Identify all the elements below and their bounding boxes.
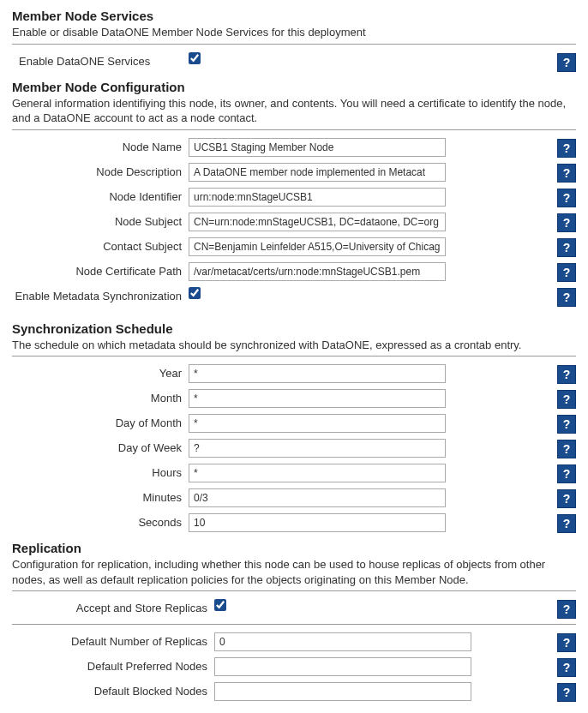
contact-subject-label: Contact Subject xyxy=(12,237,189,254)
row-minutes: Minutes ? xyxy=(12,486,576,511)
row-default-num-replicas: Default Number of Replicas ? xyxy=(12,630,576,655)
row-seconds: Seconds ? xyxy=(12,511,576,536)
row-node-cert-path: Node Certificate Path ? xyxy=(12,260,576,285)
seconds-input[interactable] xyxy=(189,513,446,532)
section-title-services: Member Node Services xyxy=(12,9,576,23)
help-icon[interactable]: ? xyxy=(557,164,576,183)
help-icon[interactable]: ? xyxy=(557,415,576,434)
help-icon[interactable]: ? xyxy=(557,53,576,72)
default-preferred-input[interactable] xyxy=(214,657,471,676)
node-description-input[interactable] xyxy=(189,163,446,182)
section-desc-config: General information identifiying this no… xyxy=(12,96,576,126)
help-icon[interactable]: ? xyxy=(557,213,576,232)
help-icon[interactable]: ? xyxy=(557,263,576,282)
row-day-of-week: Day of Week ? xyxy=(12,436,576,461)
row-default-blocked: Default Blocked Nodes ? xyxy=(12,680,576,704)
help-icon[interactable]: ? xyxy=(557,238,576,257)
section-desc-replication: Configuration for replication, including… xyxy=(12,557,576,587)
day-of-month-input[interactable] xyxy=(189,414,446,433)
month-label: Month xyxy=(12,389,189,405)
help-icon[interactable]: ? xyxy=(557,390,576,409)
row-node-identifier: Node Identifier ? xyxy=(12,185,576,210)
help-icon[interactable]: ? xyxy=(557,139,576,158)
divider xyxy=(12,129,576,130)
accept-replicas-label: Accept and Store Replicas xyxy=(12,599,214,615)
divider xyxy=(12,356,576,356)
divider xyxy=(12,44,576,45)
enable-services-checkbox[interactable] xyxy=(189,52,201,64)
minutes-input[interactable] xyxy=(189,488,446,507)
default-blocked-label: Default Blocked Nodes xyxy=(12,682,214,698)
node-name-label: Node Name xyxy=(12,138,189,154)
row-default-preferred: Default Preferred Nodes ? xyxy=(12,655,576,680)
help-icon[interactable]: ? xyxy=(557,440,576,458)
row-enable-sync: Enable Metadata Synchronization ? xyxy=(12,285,576,309)
node-name-input[interactable] xyxy=(189,138,446,157)
section-member-node-services: Member Node Services Enable or disable D… xyxy=(12,9,576,75)
enable-services-label: Enable DataONE Services xyxy=(12,52,189,68)
node-subject-input[interactable] xyxy=(189,213,446,231)
section-title-config: Member Node Configuration xyxy=(12,80,576,94)
help-icon[interactable]: ? xyxy=(557,633,576,652)
help-icon[interactable]: ? xyxy=(557,189,576,207)
row-year: Year ? xyxy=(12,362,576,386)
node-identifier-input[interactable] xyxy=(189,188,446,207)
section-title-sync: Synchronization Schedule xyxy=(12,321,576,336)
help-icon[interactable]: ? xyxy=(557,600,576,619)
row-enable-services: Enable DataONE Services ? xyxy=(12,50,576,75)
row-month: Month ? xyxy=(12,386,576,411)
row-node-name: Node Name ? xyxy=(12,135,576,160)
help-icon[interactable]: ? xyxy=(557,464,576,483)
seconds-label: Seconds xyxy=(12,513,189,530)
help-icon[interactable]: ? xyxy=(557,365,576,384)
hours-label: Hours xyxy=(12,464,189,480)
section-sync-schedule: Synchronization Schedule The schedule on… xyxy=(12,321,576,536)
row-contact-subject: Contact Subject ? xyxy=(12,235,576,260)
row-hours: Hours ? xyxy=(12,461,576,486)
help-icon[interactable]: ? xyxy=(557,288,576,307)
day-of-week-input[interactable] xyxy=(189,439,446,458)
section-desc-sync: The schedule on which metadata should be… xyxy=(12,338,576,353)
section-replication: Replication Configuration for replicatio… xyxy=(12,541,576,704)
section-member-node-config: Member Node Configuration General inform… xyxy=(12,80,576,309)
node-identifier-label: Node Identifier xyxy=(12,188,189,204)
enable-sync-checkbox[interactable] xyxy=(189,287,201,299)
year-input[interactable] xyxy=(189,364,446,383)
help-icon[interactable]: ? xyxy=(557,658,576,677)
help-icon[interactable]: ? xyxy=(557,514,576,533)
help-icon[interactable]: ? xyxy=(557,683,576,702)
month-input[interactable] xyxy=(189,389,446,408)
enable-sync-label: Enable Metadata Synchronization xyxy=(12,287,189,303)
hours-input[interactable] xyxy=(189,464,446,482)
default-blocked-input[interactable] xyxy=(214,682,471,701)
accept-replicas-checkbox[interactable] xyxy=(214,599,226,611)
minutes-label: Minutes xyxy=(12,488,189,505)
row-node-subject: Node Subject ? xyxy=(12,210,576,235)
divider xyxy=(12,590,576,591)
row-node-description: Node Description ? xyxy=(12,160,576,185)
default-num-replicas-input[interactable] xyxy=(214,632,471,651)
default-preferred-label: Default Preferred Nodes xyxy=(12,657,214,674)
node-description-label: Node Description xyxy=(12,163,189,179)
row-accept-replicas: Accept and Store Replicas ? xyxy=(12,596,576,621)
node-subject-label: Node Subject xyxy=(12,213,189,229)
node-cert-path-label: Node Certificate Path xyxy=(12,262,189,279)
node-cert-path-input[interactable] xyxy=(189,262,446,281)
day-of-month-label: Day of Month xyxy=(12,414,189,430)
year-label: Year xyxy=(12,364,189,380)
section-desc-services: Enable or disable DataONE Member Node Se… xyxy=(12,25,576,40)
section-title-replication: Replication xyxy=(12,541,576,555)
help-icon[interactable]: ? xyxy=(557,489,576,508)
divider xyxy=(12,624,576,625)
row-day-of-month: Day of Month ? xyxy=(12,411,576,436)
day-of-week-label: Day of Week xyxy=(12,439,189,455)
default-num-replicas-label: Default Number of Replicas xyxy=(12,632,214,649)
contact-subject-input[interactable] xyxy=(189,237,446,256)
